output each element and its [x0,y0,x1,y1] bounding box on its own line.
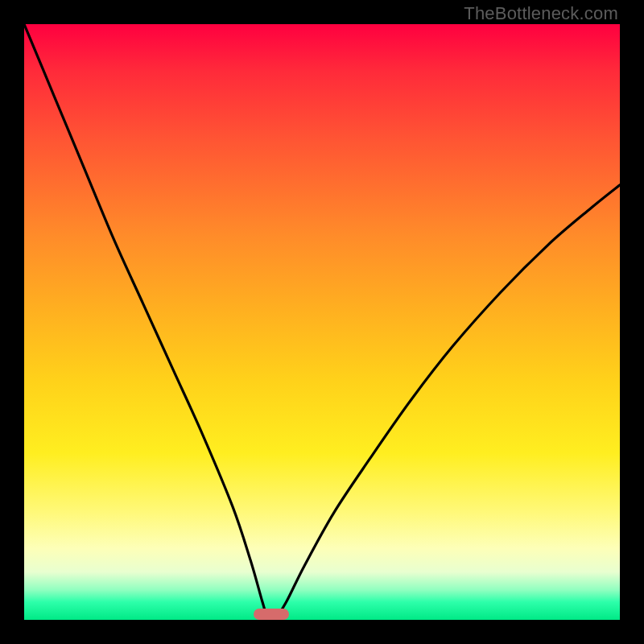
bottleneck-curve [24,24,620,620]
chart-frame: TheBottleneck.com [0,0,644,644]
curve-path [24,24,620,620]
optimal-marker [254,609,289,620]
plot-area [24,24,620,620]
watermark-text: TheBottleneck.com [464,3,618,24]
